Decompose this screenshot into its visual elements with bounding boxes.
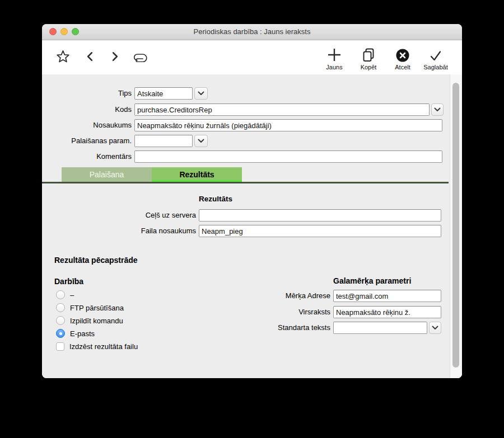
name-input[interactable]: [134, 119, 442, 131]
code-label: Kods: [42, 103, 132, 116]
toolbar: Jauns Kopēt Atcelt Saglabāt: [42, 40, 462, 75]
result-section-heading: Rezultāts: [199, 195, 232, 203]
radio-icon[interactable]: [56, 290, 65, 299]
standard-text-dropdown-button[interactable]: [429, 322, 441, 334]
cancel-label: Atcelt: [385, 64, 420, 70]
code-input[interactable]: [134, 103, 430, 116]
subject-label: Virsraksts: [221, 306, 330, 318]
type-input[interactable]: [134, 87, 193, 100]
plus-icon: [317, 45, 352, 63]
name-label: Nosaukums: [42, 119, 132, 131]
file-name-input[interactable]: [199, 225, 441, 237]
action-heading: Darbība: [54, 277, 83, 286]
attachments-paperclip-icon[interactable]: [129, 48, 151, 65]
back-icon[interactable]: [80, 48, 99, 65]
radio-option-label: –: [70, 291, 74, 299]
type-dropdown-button[interactable]: [194, 87, 208, 100]
tab-palaisana[interactable]: Palaišana: [62, 167, 152, 182]
radio-option-label: Izpildīt komandu: [70, 317, 123, 325]
radio-option-none[interactable]: –: [56, 290, 74, 300]
minimize-window-button[interactable]: [60, 28, 68, 35]
cancel-button[interactable]: Atcelt: [385, 45, 420, 70]
radio-selected-icon[interactable]: [56, 329, 65, 338]
standard-text-label: Standarta teksts: [221, 322, 330, 334]
code-dropdown-button[interactable]: [431, 103, 444, 116]
app-window: Periodiskas darbība : Jauns ieraksts Jau…: [42, 24, 462, 378]
target-address-label: Mērķa Adrese: [221, 290, 330, 302]
target-address-input[interactable]: [333, 290, 441, 302]
server-path-input[interactable]: [199, 209, 441, 222]
title-bar[interactable]: Periodiskas darbība : Jauns ieraksts: [42, 24, 462, 40]
run-params-input[interactable]: [134, 135, 193, 147]
type-label: Tips: [42, 87, 132, 100]
favorite-star-icon[interactable]: [53, 48, 72, 65]
scrollbar-thumb[interactable]: [452, 83, 459, 368]
chevron-down-icon: [432, 326, 438, 330]
chevron-down-icon: [198, 139, 204, 143]
vertical-scrollbar[interactable]: [450, 74, 462, 378]
chevron-down-icon: [434, 107, 441, 112]
window-title: Periodiskas darbība : Jauns ieraksts: [42, 24, 462, 40]
comment-label: Komentārs: [42, 150, 132, 163]
new-record-button[interactable]: Jauns: [317, 45, 352, 70]
save-button[interactable]: Saglabāt: [418, 45, 453, 70]
file-name-label: Faila nosaukums: [87, 225, 196, 237]
radio-icon[interactable]: [56, 303, 65, 312]
run-params-dropdown-button[interactable]: [194, 135, 208, 147]
subject-input[interactable]: [333, 306, 441, 318]
server-path-label: Ceļš uz servera: [87, 209, 196, 222]
radio-option-label: E-pasts: [70, 329, 95, 338]
chevron-down-icon: [198, 91, 204, 96]
new-record-label: Jauns: [317, 64, 352, 70]
post-processing-heading: Rezultāta pēcapstrāde: [54, 256, 138, 265]
zoom-window-button[interactable]: [72, 28, 79, 35]
radio-option-command[interactable]: Izpildīt komandu: [56, 315, 123, 326]
standard-text-input[interactable]: [333, 322, 427, 334]
close-window-button[interactable]: [49, 28, 57, 35]
radio-option-label: FTP pārsūtīšana: [70, 304, 124, 312]
delete-result-file-checkbox-row[interactable]: Izdzēst rezultāta failu: [56, 341, 138, 351]
record-form: Tips Kods Nosaukums Palaišanas param. Ko…: [42, 74, 462, 378]
comment-input[interactable]: [134, 150, 442, 163]
copy-icon: [351, 45, 386, 63]
checkmark-icon: [418, 45, 453, 63]
checkbox-icon[interactable]: [56, 342, 64, 351]
copy-record-button[interactable]: Kopēt: [351, 45, 386, 70]
forward-icon[interactable]: [105, 48, 124, 65]
tab-divider-line: [42, 182, 449, 183]
run-params-label: Palaišanas param.: [42, 135, 132, 147]
destination-heading: Galamērķa parametri: [333, 276, 411, 285]
radio-option-ftp[interactable]: FTP pārsūtīšana: [56, 303, 124, 313]
radio-option-email[interactable]: E-pasts: [56, 328, 95, 338]
cancel-x-circle-icon: [385, 45, 420, 63]
radio-icon[interactable]: [56, 316, 65, 325]
copy-record-label: Kopēt: [351, 64, 386, 70]
checkbox-label: Izdzēst rezultāta failu: [69, 342, 138, 351]
save-label: Saglabāt: [418, 64, 453, 70]
